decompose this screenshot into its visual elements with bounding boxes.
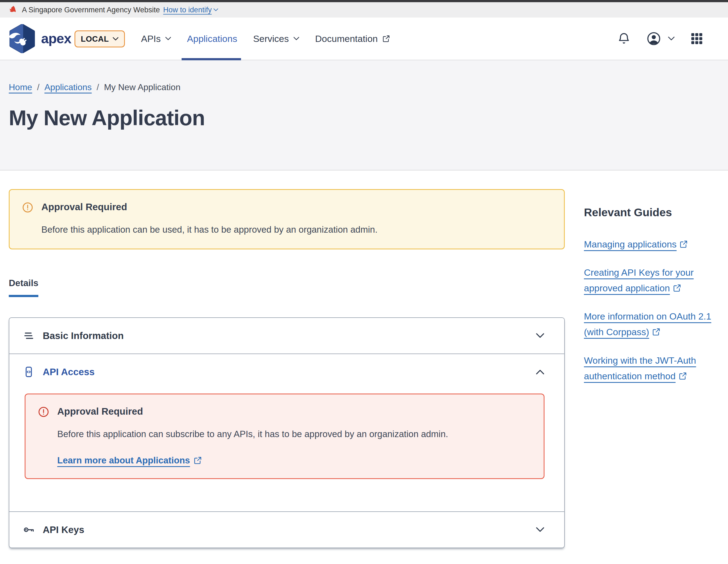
danger-alert-body: Before this application can subscribe to… <box>57 428 448 440</box>
tab-details-label: Details <box>9 278 38 288</box>
code-window-icon <box>22 366 35 378</box>
accordion-label-api-keys: API Keys <box>43 524 84 535</box>
external-link-icon <box>679 240 688 248</box>
breadcrumb: Home / Applications / My New Application <box>9 82 728 92</box>
external-link-icon <box>193 456 202 465</box>
chevron-down-icon <box>113 37 119 41</box>
learn-more-applications-link[interactable]: Learn more about Applications <box>57 455 202 466</box>
brand-wordmark: apex <box>41 31 71 47</box>
sidebar-links: Managing applications Creating API Keys … <box>584 236 715 384</box>
app-header: apex LOCAL APIs Applications Services Do… <box>0 18 728 60</box>
sidebar-title: Relevant Guides <box>584 206 715 219</box>
error-circle-icon <box>38 407 49 417</box>
guide-link-managing-applications[interactable]: Managing applications <box>584 236 713 252</box>
external-link-icon <box>652 328 661 336</box>
breadcrumb-separator: / <box>37 82 39 92</box>
tab-details[interactable]: Details <box>9 278 38 297</box>
main-nav: APIs Applications Services Documentation <box>141 18 390 60</box>
guide-link-jwt-auth[interactable]: Working with the JWT-Auth authentication… <box>584 353 713 384</box>
chevron-down-icon <box>668 36 675 41</box>
account-menu-button[interactable] <box>646 31 675 46</box>
nav-item-apis[interactable]: APIs <box>141 18 171 60</box>
window-top-strip <box>0 0 728 2</box>
breadcrumb-home-link[interactable]: Home <box>9 82 32 92</box>
accordion-header-api-keys[interactable]: API Keys <box>9 512 564 548</box>
chevron-down-icon <box>535 527 545 533</box>
chevron-down-icon <box>293 37 299 41</box>
key-icon <box>22 523 35 536</box>
user-avatar-icon <box>646 31 661 46</box>
chevron-down-icon <box>213 8 218 12</box>
external-link-icon <box>678 372 687 380</box>
notifications-button[interactable] <box>617 31 631 46</box>
gov-banner: A Singapore Government Agency Website Ho… <box>0 2 728 18</box>
accordion-header-basic-information[interactable]: Basic Information <box>9 318 564 354</box>
accordion-header-api-access[interactable]: API Access <box>9 354 564 390</box>
danger-alert-title: Approval Required <box>57 406 448 417</box>
lion-head-icon <box>8 5 18 15</box>
header-icons <box>617 18 703 60</box>
bell-icon <box>617 31 631 46</box>
text-lines-icon <box>22 330 35 342</box>
page-title: My New Application <box>9 105 728 130</box>
apex-logo[interactable]: apex <box>8 24 71 53</box>
nav-item-applications[interactable]: Applications <box>187 18 237 60</box>
nav-item-documentation[interactable]: Documentation <box>315 18 391 60</box>
chevron-down-icon <box>165 37 171 41</box>
app-grid-icon <box>690 32 703 45</box>
chevron-down-icon <box>535 333 545 339</box>
app-grid-button[interactable] <box>690 32 703 45</box>
nav-item-services[interactable]: Services <box>253 18 299 60</box>
breadcrumb-separator: / <box>97 82 99 92</box>
accordion-label-basic-information: Basic Information <box>43 330 124 341</box>
relevant-guides-sidebar: Relevant Guides Managing applications Cr… <box>584 206 715 397</box>
external-link-icon <box>673 284 681 293</box>
warning-alert-title: Approval Required <box>41 201 377 212</box>
apex-hexagon-icon <box>8 24 36 53</box>
environment-badge-label: LOCAL <box>81 35 109 44</box>
accordion-label-api-access: API Access <box>43 367 94 377</box>
content-column: Approval Required Before this applicatio… <box>9 189 565 548</box>
page-hero: Home / Applications / My New Application… <box>0 60 728 170</box>
external-link-icon <box>382 35 390 43</box>
how-to-identify-link[interactable]: How to identify <box>163 6 218 14</box>
breadcrumb-current: My New Application <box>104 82 180 92</box>
environment-badge[interactable]: LOCAL <box>74 30 125 47</box>
approval-required-danger-alert: Approval Required Before this applicatio… <box>25 394 544 479</box>
warning-circle-icon <box>22 202 33 213</box>
api-access-panel: Approval Required Before this applicatio… <box>9 390 564 511</box>
guide-link-creating-api-keys[interactable]: Creating API Keys for your approved appl… <box>584 265 713 296</box>
tab-active-indicator <box>9 295 38 297</box>
guide-link-oauth-corppass[interactable]: More information on OAuth 2.1 (with Corp… <box>584 309 713 340</box>
approval-required-warning-alert: Approval Required Before this applicatio… <box>9 189 565 249</box>
gov-banner-text: A Singapore Government Agency Website <box>22 6 160 14</box>
details-accordion: Basic Information API Access Approval Re… <box>9 317 565 548</box>
breadcrumb-applications-link[interactable]: Applications <box>44 82 92 92</box>
chevron-up-icon <box>535 369 545 375</box>
warning-alert-body: Before this application can be used, it … <box>41 223 377 236</box>
main-area: Approval Required Before this applicatio… <box>0 189 728 548</box>
